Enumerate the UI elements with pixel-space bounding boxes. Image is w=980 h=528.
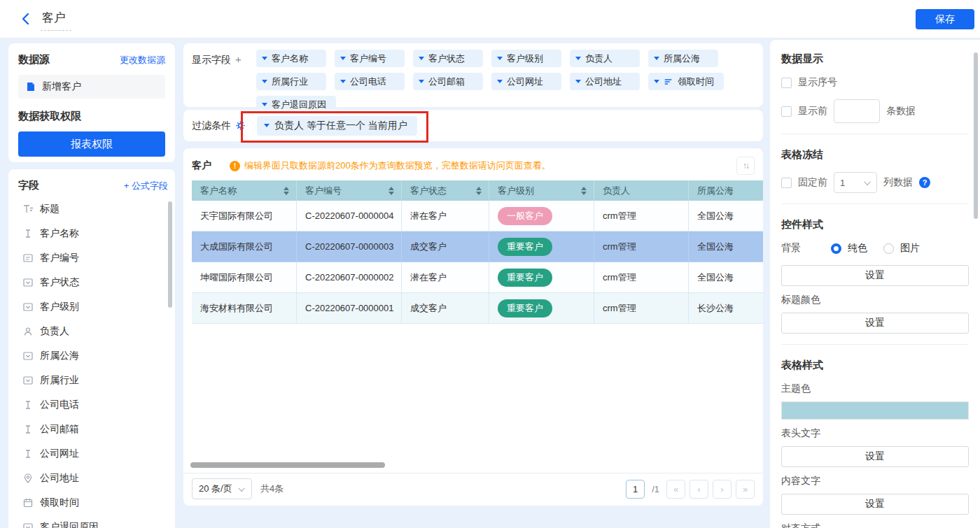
field-item[interactable]: 客户退回原因 [18,515,168,528]
filter-condition-chip[interactable]: 负责人 等于任意一个 当前用户 [257,116,417,136]
column-header[interactable]: 客户名称 [192,180,297,201]
solid-color-radio[interactable] [831,243,841,254]
field-item[interactable]: 公司地址 [18,466,168,490]
image-label: 图片 [900,242,920,255]
cell-customer-code: C-20220607-0000003 [297,231,402,262]
field-item[interactable]: 公司网址 [18,441,168,466]
cell-customer-status: 成交客户 [402,293,489,324]
field-item[interactable]: 客户编号 [18,245,168,270]
fix-columns-checkbox[interactable] [781,178,792,188]
prev-page-button[interactable]: ‹ [690,480,708,499]
field-chip[interactable]: 所属公海 [648,50,718,67]
table-row[interactable]: 坤曜国际有限公司 C-20220607-0000002 潜在客户 重要客户 cr… [192,262,763,293]
fields-scrollbar[interactable] [168,201,172,308]
fix-columns-select[interactable]: 1 [834,172,877,193]
back-icon[interactable] [18,11,34,27]
rows-suffix-label: 条数据 [886,105,916,117]
change-datasource-link[interactable]: 更改数据源 [120,54,165,66]
datasource-item-label: 新增客户 [42,80,81,93]
field-chip[interactable]: 客户编号 [335,50,405,67]
column-header[interactable]: 所属公海 [689,180,763,201]
field-chip[interactable]: 客户级别 [491,50,561,67]
last-page-button[interactable]: » [736,480,755,499]
sort-order-icon[interactable]: ↑↓ [736,157,755,175]
fix-first-label: 固定前 [798,176,827,189]
preview-card: 客户 ! 编辑界面只取数据源前200条作为查询数据预览，完整数据请访问页面查看。… [183,148,763,506]
field-chip[interactable]: 所属行业 [256,73,326,90]
text-icon [22,399,34,411]
content-text-set-button[interactable]: 设置 [781,494,969,515]
field-chip[interactable]: 公司电话 [335,73,405,90]
image-radio[interactable] [883,243,894,254]
next-page-button[interactable]: › [713,480,732,499]
title-color-set-button[interactable]: 设置 [781,313,969,334]
select-icon [22,350,34,362]
table-row[interactable]: 海安材料有限公司 C-20220607-0000001 成交客户 重要客户 cr… [192,293,763,324]
field-chip[interactable]: 公司邮箱 [413,73,483,90]
field-chip[interactable]: 负责人 [570,50,640,67]
column-header[interactable]: 客户状态 [402,180,489,201]
field-item[interactable]: 客户状态 [18,270,168,294]
add-formula-field-link[interactable]: + 公式字段 [124,180,168,192]
field-chip[interactable]: 公司地址 [570,73,640,90]
chevron-down-icon [654,57,659,60]
help-icon[interactable]: ? [919,177,930,188]
report-permission-button[interactable]: 报表权限 [18,131,165,157]
sort-icon[interactable] [476,187,482,195]
align-label: 对齐方式 [781,522,969,528]
pagination-bar: 20 条/页 共4条 /1 « ‹ › » [192,478,755,500]
table-row[interactable]: 天宇国际有限公司 C-20220607-0000004 潜在客户 一般客户 cr… [192,201,763,231]
field-item[interactable]: 公司邮箱 [18,417,168,441]
rows-count-input[interactable] [834,99,880,123]
show-first-checkbox[interactable] [781,106,792,117]
settings-scrollbar[interactable] [974,52,978,219]
show-index-label: 显示序号 [798,76,837,89]
field-chip[interactable]: 客户状态 [413,50,483,67]
column-header[interactable]: 客户级别 [489,180,594,201]
sort-icon[interactable] [284,187,289,195]
field-label: 客户编号 [40,252,79,264]
divider [183,473,763,473]
top-bar: 客户 保存 [0,0,980,38]
datasource-item[interactable]: 新增客户 [18,75,165,99]
field-item[interactable]: 所属行业 [18,368,168,392]
field-label: 所属行业 [40,374,79,387]
field-chip[interactable]: 公司网址 [491,73,561,90]
sort-icon[interactable] [581,187,587,195]
field-item[interactable]: 客户级别 [18,294,168,319]
horizontal-scrollbar[interactable] [190,462,385,468]
header-text-set-button[interactable]: 设置 [781,446,969,467]
add-display-field-button[interactable]: + [235,53,241,65]
column-header[interactable]: 客户编号 [297,180,402,201]
field-item[interactable]: 客户名称 [18,221,168,245]
field-item[interactable]: 领取时间 [18,490,168,515]
column-header[interactable]: 负责人 [594,180,689,201]
page-number-input[interactable] [626,480,645,499]
field-label: 公司地址 [40,472,79,485]
filter-condition-text: 负责人 等于任意一个 当前用户 [274,120,407,132]
field-chip[interactable]: 领取时间 [648,73,724,90]
select-icon [22,277,34,288]
chevron-down-icon [497,80,503,83]
save-button[interactable]: 保存 [916,9,974,29]
show-index-checkbox[interactable] [781,78,792,88]
first-page-button[interactable]: « [666,480,685,499]
gear-icon[interactable] [235,120,246,131]
field-item[interactable]: 标题 [18,197,168,221]
table-style-title: 表格样式 [781,359,969,372]
level-badge: 一般客户 [498,207,552,225]
field-chip[interactable]: 客户名称 [256,50,326,67]
theme-color-swatch[interactable] [781,401,969,420]
field-item[interactable]: 负责人 [18,319,168,343]
user-icon [22,326,34,337]
page-size-select[interactable]: 20 条/页 [192,478,252,499]
field-item[interactable]: 公司电话 [18,392,168,417]
table-row-selected[interactable]: 大成国际有限公司 C-20220607-0000003 成交客户 重要客户 cr… [192,231,763,262]
text-icon [22,424,34,435]
background-set-button[interactable]: 设置 [781,265,969,286]
document-icon [25,81,36,92]
sort-icon[interactable] [388,187,394,195]
chevron-down-icon [654,80,659,83]
text-icon [22,228,34,239]
field-item[interactable]: 所属公海 [18,343,168,368]
